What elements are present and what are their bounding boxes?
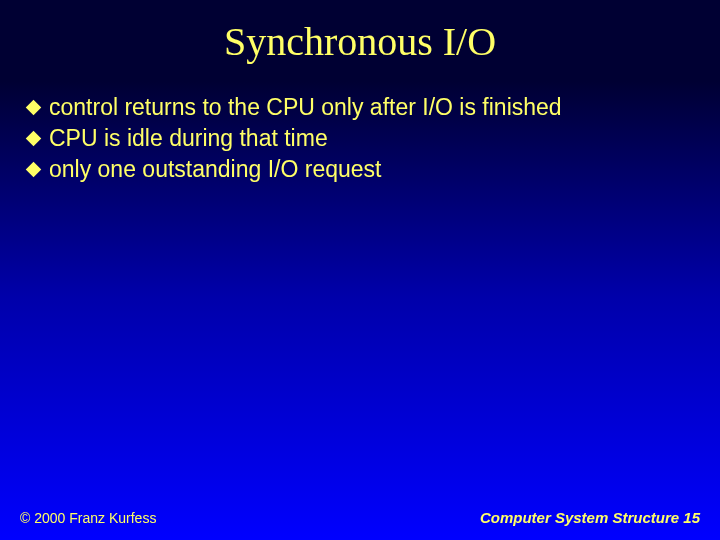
slide-title: Synchronous I/O (0, 0, 720, 65)
bullet-item: only one outstanding I/O request (28, 155, 700, 184)
diamond-bullet-icon (26, 130, 42, 146)
bullet-text: only one outstanding I/O request (49, 155, 381, 184)
diamond-bullet-icon (26, 100, 42, 116)
footer-page-info: Computer System Structure 15 (480, 509, 700, 526)
bullet-text: CPU is idle during that time (49, 124, 328, 153)
footer-copyright: © 2000 Franz Kurfess (20, 510, 156, 526)
slide: Synchronous I/O control returns to the C… (0, 0, 720, 540)
diamond-bullet-icon (26, 161, 42, 177)
slide-content: control returns to the CPU only after I/… (0, 93, 720, 183)
bullet-item: CPU is idle during that time (28, 124, 700, 153)
bullet-item: control returns to the CPU only after I/… (28, 93, 700, 122)
bullet-text: control returns to the CPU only after I/… (49, 93, 562, 122)
